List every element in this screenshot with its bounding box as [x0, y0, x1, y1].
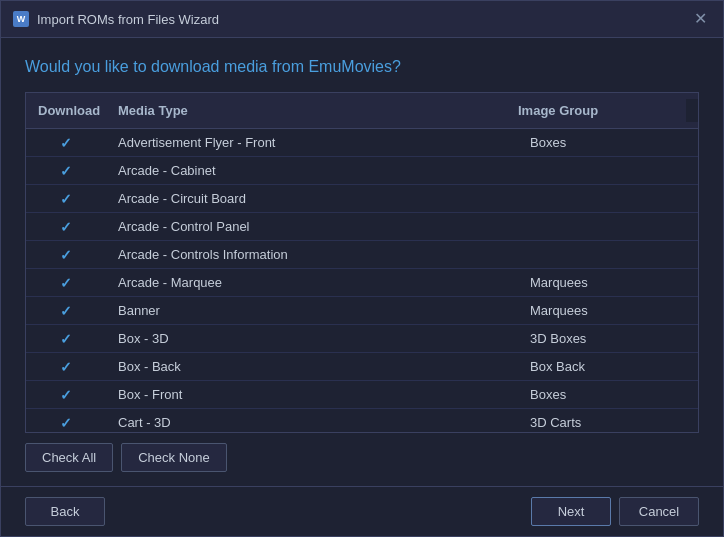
header-media-type: Media Type: [106, 99, 506, 122]
question-text: Would you like to download media from Em…: [25, 58, 699, 76]
row-checkbox[interactable]: ✓: [26, 131, 106, 155]
image-group-cell: Box Back: [518, 355, 698, 378]
row-checkbox[interactable]: ✓: [26, 327, 106, 351]
title-bar-left: W Import ROMs from Files Wizard: [13, 11, 219, 27]
row-checkbox[interactable]: ✓: [26, 215, 106, 239]
row-checkbox[interactable]: ✓: [26, 411, 106, 433]
checkmark-icon: ✓: [60, 247, 72, 263]
image-group-cell: Boxes: [518, 383, 698, 406]
media-type-cell: Box - 3D: [106, 327, 518, 350]
next-button[interactable]: Next: [531, 497, 611, 526]
image-group-cell: 3D Carts: [518, 411, 698, 432]
image-group-cell: [518, 195, 698, 203]
header-download: Download: [26, 99, 106, 122]
checkmark-icon: ✓: [60, 303, 72, 319]
image-group-cell: Marquees: [518, 299, 698, 322]
bottom-buttons: Check All Check None: [25, 433, 699, 476]
checkmark-icon: ✓: [60, 191, 72, 207]
media-type-cell: Arcade - Circuit Board: [106, 187, 518, 210]
image-group-cell: [518, 251, 698, 259]
footer: Back Next Cancel: [1, 486, 723, 536]
checkmark-icon: ✓: [60, 275, 72, 291]
footer-right: Next Cancel: [531, 497, 699, 526]
back-button[interactable]: Back: [25, 497, 105, 526]
checkmark-icon: ✓: [60, 387, 72, 403]
row-checkbox[interactable]: ✓: [26, 355, 106, 379]
check-none-button[interactable]: Check None: [121, 443, 227, 472]
table-row[interactable]: ✓Arcade - Cabinet: [26, 157, 698, 185]
checkmark-icon: ✓: [60, 331, 72, 347]
checkmark-icon: ✓: [60, 219, 72, 235]
title-bar: W Import ROMs from Files Wizard ✕: [1, 1, 723, 38]
media-type-cell: Arcade - Cabinet: [106, 159, 518, 182]
table-row[interactable]: ✓Arcade - MarqueeMarquees: [26, 269, 698, 297]
header-image-group: Image Group: [506, 99, 686, 122]
checkmark-icon: ✓: [60, 163, 72, 179]
table-row[interactable]: ✓Arcade - Circuit Board: [26, 185, 698, 213]
row-checkbox[interactable]: ✓: [26, 299, 106, 323]
table-row[interactable]: ✓Box - FrontBoxes: [26, 381, 698, 409]
table-row[interactable]: ✓Box - 3D3D Boxes: [26, 325, 698, 353]
media-type-cell: Cart - 3D: [106, 411, 518, 432]
content-area: Would you like to download media from Em…: [1, 38, 723, 486]
table-row[interactable]: ✓Arcade - Controls Information: [26, 241, 698, 269]
media-type-cell: Box - Front: [106, 383, 518, 406]
media-type-cell: Arcade - Marquee: [106, 271, 518, 294]
table-row[interactable]: ✓BannerMarquees: [26, 297, 698, 325]
cancel-button[interactable]: Cancel: [619, 497, 699, 526]
media-type-cell: Arcade - Controls Information: [106, 243, 518, 266]
image-group-cell: Boxes: [518, 131, 698, 154]
image-group-cell: 3D Boxes: [518, 327, 698, 350]
media-type-cell: Arcade - Control Panel: [106, 215, 518, 238]
check-all-button[interactable]: Check All: [25, 443, 113, 472]
app-icon: W: [13, 11, 29, 27]
window-title: Import ROMs from Files Wizard: [37, 12, 219, 27]
table-header: Download Media Type Image Group: [26, 93, 698, 129]
table-row[interactable]: ✓Advertisement Flyer - FrontBoxes: [26, 129, 698, 157]
media-type-cell: Box - Back: [106, 355, 518, 378]
row-checkbox[interactable]: ✓: [26, 159, 106, 183]
row-checkbox[interactable]: ✓: [26, 383, 106, 407]
table-row[interactable]: ✓Box - BackBox Back: [26, 353, 698, 381]
image-group-cell: Marquees: [518, 271, 698, 294]
row-checkbox[interactable]: ✓: [26, 271, 106, 295]
image-group-cell: [518, 167, 698, 175]
media-type-cell: Advertisement Flyer - Front: [106, 131, 518, 154]
row-checkbox[interactable]: ✓: [26, 187, 106, 211]
window: W Import ROMs from Files Wizard ✕ Would …: [0, 0, 724, 537]
media-table: Download Media Type Image Group ✓Adverti…: [25, 92, 699, 433]
image-group-cell: [518, 223, 698, 231]
table-row[interactable]: ✓Cart - 3D3D Carts: [26, 409, 698, 432]
close-button[interactable]: ✕: [690, 9, 711, 29]
row-checkbox[interactable]: ✓: [26, 243, 106, 267]
table-row[interactable]: ✓Arcade - Control Panel: [26, 213, 698, 241]
checkmark-icon: ✓: [60, 415, 72, 431]
checkmark-icon: ✓: [60, 359, 72, 375]
checkmark-icon: ✓: [60, 135, 72, 151]
media-type-cell: Banner: [106, 299, 518, 322]
table-body[interactable]: ✓Advertisement Flyer - FrontBoxes✓Arcade…: [26, 129, 698, 432]
